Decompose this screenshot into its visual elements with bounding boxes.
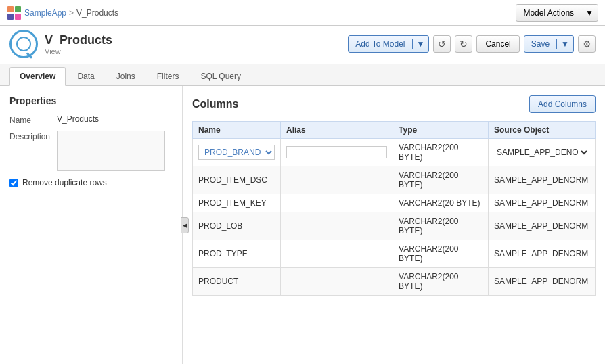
add-columns-button[interactable]: Add Columns — [529, 95, 596, 113]
tab-joins[interactable]: Joins — [106, 67, 145, 85]
column-name-cell: PROD_ITEM_KEY — [193, 194, 281, 212]
svg-rect-3 — [15, 14, 21, 20]
column-source-cell: SAMPLE_APP_DENORM — [488, 268, 595, 296]
breadcrumb-separator: > — [69, 8, 74, 18]
redo-button[interactable]: ↻ — [455, 35, 472, 53]
content-area: Properties Name V_Products Description R… — [0, 86, 605, 364]
tab-sqlquery[interactable]: SQL Query — [190, 67, 251, 85]
svg-rect-1 — [15, 6, 21, 12]
table-row: PRODUCTVARCHAR2(200 BYTE)SAMPLE_APP_DENO… — [193, 268, 596, 296]
save-label: Save — [524, 39, 557, 49]
page-subtitle: View — [45, 47, 112, 55]
columns-table: Name Alias Type Source Object PROD_BRAND… — [192, 121, 596, 296]
model-actions-button[interactable]: Model Actions ▼ — [516, 4, 598, 22]
remove-duplicate-label: Remove duplicate rows — [22, 178, 107, 187]
description-input[interactable] — [57, 131, 165, 171]
col-header-type: Type — [393, 122, 489, 139]
model-actions-label: Model Actions — [516, 8, 581, 18]
settings-button[interactable]: ⚙ — [578, 35, 596, 53]
duplicate-rows-row: Remove duplicate rows — [9, 178, 173, 187]
properties-panel: Properties Name V_Products Description R… — [0, 86, 183, 364]
description-property-row: Description — [9, 131, 173, 171]
column-name-cell: PROD_TYPE — [193, 240, 281, 268]
table-header-row: Name Alias Type Source Object — [193, 122, 596, 139]
columns-panel: Columns Add Columns Name Alias Type Sour… — [183, 86, 605, 364]
table-row: PROD_ITEM_DSCVARCHAR2(200 BYTE)SAMPLE_AP… — [193, 166, 596, 194]
column-alias-cell — [281, 268, 393, 296]
top-bar: SampleApp > V_Products Model Actions ▼ — [0, 0, 605, 26]
view-icon — [9, 30, 38, 58]
table-row: PROD_TYPEVARCHAR2(200 BYTE)SAMPLE_APP_DE… — [193, 240, 596, 268]
remove-duplicate-checkbox[interactable] — [9, 179, 18, 187]
breadcrumb: SampleApp > V_Products — [7, 5, 118, 20]
page-title: V_Products — [45, 33, 112, 47]
tab-data[interactable]: Data — [67, 67, 104, 85]
col-header-alias: Alias — [281, 122, 393, 139]
column-alias-cell — [281, 194, 393, 212]
column-type-cell: VARCHAR2(200 BYTE) — [393, 240, 489, 268]
column-source-cell: SAMPLE_APP_DENORM — [488, 194, 595, 212]
column-name-cell: PROD_ITEM_DSC — [193, 166, 281, 194]
column-name-cell: PRODUCT — [193, 268, 281, 296]
columns-header: Columns Add Columns — [192, 95, 596, 113]
save-arrow-icon: ▼ — [557, 39, 573, 49]
column-name-select[interactable]: PROD_BRAND — [198, 145, 275, 160]
description-label: Description — [9, 131, 57, 141]
tab-filters[interactable]: Filters — [147, 67, 189, 85]
col-header-source: Source Object — [488, 122, 595, 139]
app-logo-icon — [7, 5, 22, 20]
column-source-cell: SAMPLE_APP_DENORM — [488, 212, 595, 240]
column-alias-cell — [281, 212, 393, 240]
save-button[interactable]: Save ▼ — [524, 35, 574, 53]
column-type-cell: VARCHAR2(200 BYTE) — [393, 166, 489, 194]
column-type-cell: VARCHAR2(200 BYTE) — [393, 268, 489, 296]
column-type-cell: VARCHAR2(200 BYTE) — [393, 139, 489, 166]
source-object-select[interactable]: SAMPLE_APP_DENO — [494, 147, 589, 158]
column-alias-cell — [281, 139, 393, 166]
table-row: PROD_BRANDVARCHAR2(200 BYTE)SAMPLE_APP_D… — [193, 139, 596, 166]
column-name-cell: PROD_LOB — [193, 212, 281, 240]
col-header-name: Name — [193, 122, 281, 139]
tabs-bar: Overview Data Joins Filters SQL Query — [0, 64, 605, 86]
column-type-cell: VARCHAR2(200 BYTE) — [393, 212, 489, 240]
panel-collapse-handle[interactable]: ◀ — [181, 217, 189, 233]
breadcrumb-view: V_Products — [76, 8, 118, 18]
add-to-model-label: Add To Model — [349, 39, 412, 49]
name-property-row: Name V_Products — [9, 114, 173, 125]
table-row: PROD_LOBVARCHAR2(200 BYTE)SAMPLE_APP_DEN… — [193, 212, 596, 240]
table-row: PROD_ITEM_KEYVARCHAR2(20 BYTE)SAMPLE_APP… — [193, 194, 596, 212]
tab-overview[interactable]: Overview — [9, 67, 66, 86]
header-text: V_Products View — [45, 33, 112, 55]
svg-rect-2 — [7, 14, 14, 20]
header-area: V_Products View Add To Model ▼ ↺ ↻ Cance… — [0, 26, 605, 64]
name-label: Name — [9, 114, 57, 125]
breadcrumb-app[interactable]: SampleApp — [24, 8, 66, 18]
cancel-button[interactable]: Cancel — [476, 35, 519, 53]
column-source-cell: SAMPLE_APP_DENORM — [488, 166, 595, 194]
column-source-cell: SAMPLE_APP_DENORM — [488, 240, 595, 268]
undo-button[interactable]: ↺ — [433, 35, 451, 53]
view-icon-inner — [16, 37, 31, 51]
column-alias-input[interactable] — [286, 146, 387, 158]
name-value: V_Products — [57, 114, 99, 124]
add-to-model-arrow-icon: ▼ — [413, 39, 429, 49]
model-actions-arrow-icon: ▼ — [581, 8, 598, 18]
header-right: Add To Model ▼ ↺ ↻ Cancel Save ▼ ⚙ — [348, 30, 596, 53]
header-left: V_Products View — [9, 30, 112, 64]
properties-title: Properties — [9, 95, 173, 106]
column-alias-cell — [281, 240, 393, 268]
column-alias-cell — [281, 166, 393, 194]
view-icon-handle — [26, 52, 32, 58]
columns-title: Columns — [192, 98, 238, 110]
column-type-cell: VARCHAR2(20 BYTE) — [393, 194, 489, 212]
svg-rect-0 — [7, 6, 14, 12]
column-source-cell: SAMPLE_APP_DENO — [488, 139, 595, 166]
add-to-model-button[interactable]: Add To Model ▼ — [348, 35, 429, 53]
